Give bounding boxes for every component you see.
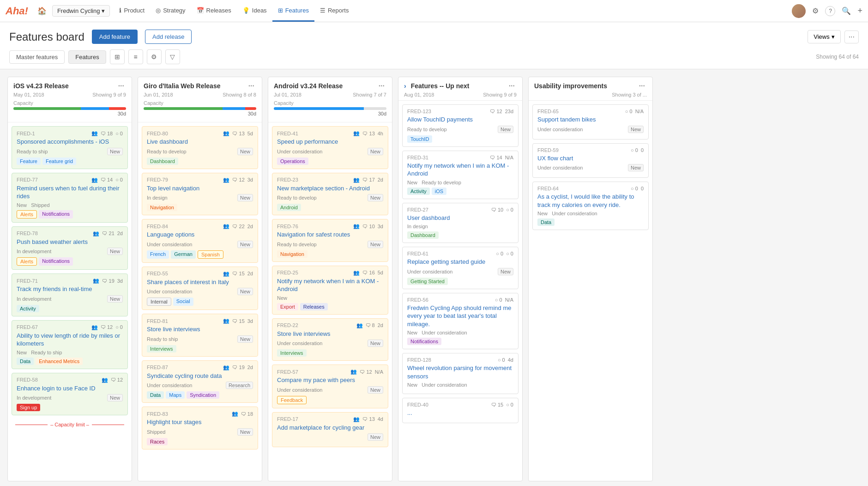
card-fred-25[interactable]: FRED-25 👥 🗨 16 5d Notify my network when… <box>272 266 388 315</box>
tag[interactable]: Activity <box>17 305 39 312</box>
card-title[interactable]: Notify my network when I win a KOM - And… <box>277 277 383 293</box>
card-title[interactable]: Navigation for safest routes <box>277 231 383 239</box>
column-ios-more[interactable]: ··· <box>116 82 126 90</box>
add-release-button[interactable]: Add release <box>145 30 192 44</box>
tag[interactable]: Data <box>537 219 555 226</box>
nav-features[interactable]: ⊞ Features <box>272 0 314 22</box>
views-button[interactable]: Views ▾ <box>808 30 840 43</box>
card-fred-71[interactable]: FRED-71 👥 🗨 19 3d Track my friends in re… <box>12 273 128 316</box>
nav-releases[interactable]: 📅 Releases <box>191 0 237 22</box>
tag[interactable]: Data <box>147 391 164 399</box>
nav-arrow-icon[interactable]: › <box>404 82 406 90</box>
card-title[interactable]: UX flow chart <box>537 154 644 163</box>
tag[interactable]: Feedback <box>277 396 307 404</box>
tag[interactable]: Export <box>277 303 298 310</box>
card-title[interactable]: Support tandem bikes <box>537 115 644 124</box>
card-fred-61[interactable]: FRED-61 ○ 0 ○ 0 Replace getting started … <box>402 247 518 289</box>
card-fred-76[interactable]: FRED-76 👥 🗨 10 3d Navigation for safest … <box>272 219 388 262</box>
workspace-selector[interactable]: Fredwin Cycling ▾ <box>52 5 110 17</box>
tag[interactable]: Dashboard <box>147 158 178 165</box>
card-title[interactable]: Track my friends in real-time <box>17 285 123 293</box>
list-view-button[interactable]: ≡ <box>128 49 143 64</box>
avatar[interactable] <box>792 4 806 18</box>
card-title[interactable]: Push based weather alerts <box>17 238 123 246</box>
card-fred-83[interactable]: FRED-83 👥 🗨 18 Highlight tour stages Shi… <box>142 407 258 450</box>
card-fred-57[interactable]: FRED-57 👥 🗨 12 N/A Compare my pace with … <box>272 364 388 408</box>
tag[interactable]: Sign up <box>17 404 40 411</box>
card-title[interactable]: Enhance login to use Face ID <box>17 384 123 393</box>
tag[interactable]: Releases <box>300 303 328 310</box>
tag[interactable]: Enhanced Metrics <box>36 358 83 365</box>
settings-button[interactable]: ⚙ <box>147 49 162 64</box>
card-fred-79[interactable]: FRED-79 👥 🗨 12 3d Top level navigation I… <box>142 173 258 216</box>
card-fred-80[interactable]: FRED-80 👥 🗨 13 5d Live dashboard Ready t… <box>142 126 258 169</box>
tag[interactable]: Activity <box>407 188 430 195</box>
tag[interactable]: Android <box>277 204 301 211</box>
add-feature-button[interactable]: Add feature <box>92 30 138 44</box>
tag[interactable]: TouchID <box>407 135 432 143</box>
card-title[interactable]: Ability to view length of ride by miles … <box>17 332 123 348</box>
gear-icon[interactable]: ⚙ <box>812 6 819 15</box>
card-title[interactable]: Fredwin Cycling App should remind me eve… <box>407 304 513 328</box>
card-fred-84[interactable]: FRED-84 👥 🗨 22 2d Language options Under… <box>142 219 258 263</box>
card-fred-81[interactable]: FRED-81 👥 🗨 15 3d Store live interviews … <box>142 314 258 357</box>
nav-reports[interactable]: ☰ Reports <box>314 0 355 22</box>
card-title[interactable]: Speed up performance <box>277 138 383 146</box>
tag[interactable]: Notifications <box>39 257 73 266</box>
column-upnext-more[interactable]: ··· <box>507 82 517 90</box>
card-fred-40[interactable]: FRED-40 🗨 15 ○ 0 ... <box>402 398 518 423</box>
card-fred-23[interactable]: FRED-23 👥 🗨 17 2d New marketplace sectio… <box>272 173 388 216</box>
card-title[interactable]: Share places of interest in Italy <box>147 278 253 286</box>
search-icon[interactable]: 🔍 <box>842 6 851 15</box>
card-title[interactable]: Add marketplace for cycling gear <box>277 424 383 432</box>
card-title[interactable]: Sponsored accomplishments - iOS <box>17 138 123 146</box>
tag[interactable]: Getting Started <box>407 278 448 285</box>
tag[interactable]: Maps <box>166 391 185 399</box>
card-fred-64[interactable]: FRED-64 ○ 0 0 As a cyclist, I would like… <box>532 182 649 230</box>
card-title[interactable]: Live dashboard <box>147 138 253 146</box>
card-title[interactable]: Language options <box>147 231 253 239</box>
column-android-more[interactable]: ··· <box>377 82 386 90</box>
tag[interactable]: Feature grid <box>42 158 76 165</box>
card-title[interactable]: Compare my pace with peers <box>277 376 383 384</box>
tag[interactable]: Internal <box>147 298 171 306</box>
card-fred-77[interactable]: FRED-77 👥 🗨 14 ○ 0 Remind users when to … <box>12 173 128 223</box>
tag[interactable]: French <box>147 250 169 259</box>
card-fred-17[interactable]: FRED-17 👥 🗨 13 4d Add marketplace for cy… <box>272 412 388 448</box>
tag[interactable]: iOS <box>432 188 446 195</box>
card-fred-41[interactable]: FRED-41 👥 🗨 13 4h Speed up performance U… <box>272 126 388 169</box>
card-fred-67[interactable]: FRED-67 👥 🗨 12 ○ 0 Ability to view lengt… <box>12 320 128 369</box>
nav-strategy[interactable]: ◎ Strategy <box>150 0 191 22</box>
nav-product[interactable]: ℹ Product <box>114 0 150 22</box>
card-title[interactable]: Store live interviews <box>147 325 253 334</box>
card-title[interactable]: User dashboard <box>407 214 513 222</box>
more-options-button[interactable]: ··· <box>844 30 859 43</box>
tag[interactable]: Spanish <box>198 250 223 259</box>
card-fred-22[interactable]: FRED-22 👥 🗨 8 2d Store live interviews U… <box>272 318 388 361</box>
card-title[interactable]: Replace getting started guide <box>407 258 513 266</box>
card-title[interactable]: Allow TouchID payments <box>407 115 513 124</box>
card-title[interactable]: Notify my network when I win a KOM - And… <box>407 162 513 178</box>
card-fred-59[interactable]: FRED-59 ○ 0 0 UX flow chart Under consid… <box>532 143 649 178</box>
tag[interactable]: Data <box>17 358 34 365</box>
card-title[interactable]: ... <box>407 409 513 417</box>
card-title[interactable]: Remind users when to fuel during their r… <box>17 184 123 200</box>
grid-view-button[interactable]: ⊞ <box>110 49 125 64</box>
tag[interactable]: Feature <box>17 158 41 165</box>
card-title[interactable]: Syndicate cycling route data <box>147 372 253 380</box>
tag[interactable]: Interviews <box>147 345 176 352</box>
card-fred-78[interactable]: FRED-78 👥 🗨 21 2d Push based weather ale… <box>12 226 128 270</box>
card-fred-123[interactable]: FRED-123 🗨 12 23d Allow TouchID payments… <box>402 104 518 147</box>
tag[interactable]: Alerts <box>17 257 37 266</box>
card-fred-27[interactable]: FRED-27 🗨 10 ○ 0 User dashboard In desig… <box>402 203 518 243</box>
app-logo[interactable]: Aha! <box>6 5 28 17</box>
master-features-tab[interactable]: Master features <box>9 50 65 64</box>
tag[interactable]: Navigation <box>147 204 177 211</box>
tag[interactable]: Social <box>173 298 193 306</box>
features-tab[interactable]: Features <box>68 50 106 64</box>
card-fred-128[interactable]: FRED-128 ○ 0 4d Wheel revolution parsing… <box>402 353 518 394</box>
tag[interactable]: Syndication <box>187 391 219 399</box>
card-title[interactable]: New marketplace section - Android <box>277 184 383 193</box>
card-title[interactable]: Top level navigation <box>147 184 253 193</box>
card-fred-87[interactable]: FRED-87 👥 🗨 19 2d Syndicate cycling rout… <box>142 360 258 403</box>
